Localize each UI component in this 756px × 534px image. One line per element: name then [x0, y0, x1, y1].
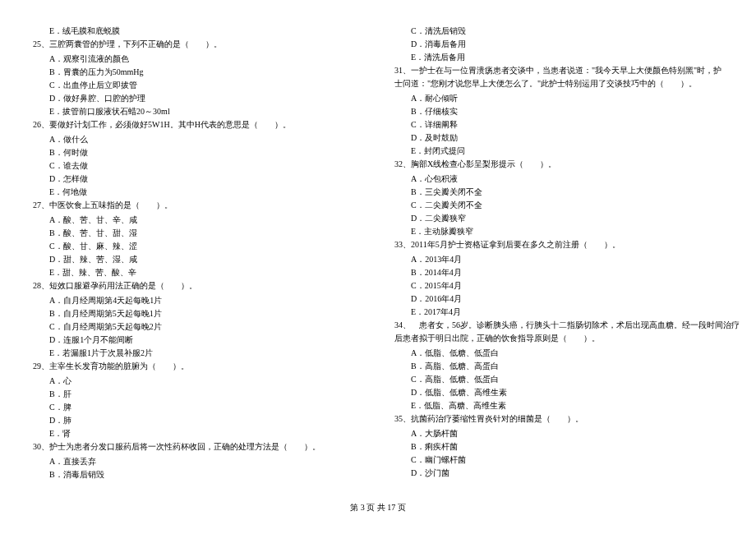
- option-block: A．观察引流液的颜色B．胃囊的压力为50mmHgC．出血停止后立即拔管D．做好鼻…: [33, 53, 362, 118]
- option-line: D．及时鼓励: [411, 131, 723, 145]
- option-line: D．沙门菌: [411, 467, 723, 480]
- question-text: 胸部X线检查心影呈梨形提示（ ）。: [411, 159, 556, 168]
- option-line: A．心: [49, 375, 362, 388]
- question: 26、要做好计划工作，必须做好5W1H。其中H代表的意思是（ ）。: [33, 118, 362, 131]
- option-line: A．心包积液: [411, 173, 723, 186]
- question-stem: 25、三腔两囊管的护理，下列不正确的是（ ）。: [33, 38, 362, 51]
- option-line: B．消毒后销毁: [49, 468, 362, 481]
- question-number: 31、: [394, 66, 411, 75]
- option-line: E．2017年4月: [411, 306, 723, 319]
- option-block: A．做什么B．何时做C．谁去做D．怎样做E．何地做: [33, 133, 362, 199]
- option-line: E．若漏服1片于次晨补服2片: [49, 347, 362, 360]
- option-line: E．绒毛膜和底蜕膜: [49, 25, 362, 38]
- question-text: 患者女，56岁。诊断胰头癌，行胰头十二指肠切除术，术后出现高血糖。经一段时间治疗: [411, 320, 740, 329]
- option-line: C．出血停止后立即拔管: [49, 79, 362, 92]
- question: 34、 患者女，56岁。诊断胰头癌，行胰头十二指肠切除术，术后出现高血糖。经一段…: [394, 319, 723, 345]
- question-text: 抗菌药治疗萎缩性胃炎针对的细菌是（ ）。: [411, 414, 583, 423]
- exam-page-content: E．绒毛膜和底蜕膜25、三腔两囊管的护理，下列不正确的是（ ）。A．观察引流液的…: [33, 25, 723, 485]
- option-line: D．2016年4月: [411, 292, 723, 306]
- question-stem: 26、要做好计划工作，必须做好5W1H。其中H代表的意思是（ ）。: [33, 118, 362, 131]
- question: 25、三腔两囊管的护理，下列不正确的是（ ）。: [33, 38, 362, 51]
- question-text: 一护士在与一位胃溃疡患者交谈中，当患者说道："我今天早上大便颜色特别黑"时，护: [411, 66, 721, 75]
- option-line: A．酸、苦、甘、辛、咸: [49, 214, 362, 227]
- question: 28、短效口服避孕药用法正确的是（ ）。: [33, 279, 362, 292]
- question-text: 主宰生长发育功能的脏腑为（ ）。: [49, 361, 189, 371]
- option-block: A．2013年4月B．2014年4月C．2015年4月D．2016年4月E．20…: [394, 253, 723, 319]
- question-number: 29、: [33, 361, 49, 371]
- option-line: E．封闭式提问: [411, 145, 723, 158]
- option-line: A．观察引流液的颜色: [49, 53, 362, 66]
- page-footer: 第 3 页 共 17 页: [33, 501, 723, 514]
- option-line: A．耐心倾听: [411, 92, 723, 105]
- question-stem-cont: 士问道："您刚才说您早上大便怎么了。"此护士特别运用了交谈技巧中的（ ）。: [394, 77, 723, 90]
- question-stem: 30、护士为患者分发口服药后将一次性药杯收回，正确的处理方法是（ ）。: [33, 440, 362, 453]
- question-number: 32、: [394, 159, 411, 168]
- option-line: D．肺: [49, 414, 362, 427]
- option-line: C．酸、甘、麻、辣、涩: [49, 240, 362, 253]
- option-line: A．大肠杆菌: [411, 427, 723, 440]
- option-line: A．自月经周期第4天起每晚1片: [49, 294, 362, 307]
- question-number: 26、: [33, 120, 49, 129]
- option-line: E．肾: [49, 427, 362, 440]
- question-number: 30、: [33, 442, 49, 451]
- question-stem: 29、主宰生长发育功能的脏腑为（ ）。: [33, 360, 362, 373]
- option-line: C．高脂、低糖、低蛋白: [411, 373, 723, 386]
- option-line: E．何地做: [49, 186, 362, 199]
- option-line: D．甜、辣、苦、湿、咸: [49, 253, 362, 266]
- option-line: B．肝: [49, 388, 362, 401]
- question-number: 35、: [394, 414, 411, 423]
- question-stem: 31、一护士在与一位胃溃疡患者交谈中，当患者说道："我今天早上大便颜色特别黑"时…: [394, 64, 723, 77]
- question-number: 34、: [394, 320, 411, 329]
- question-number: 28、: [33, 281, 49, 290]
- option-line: E．低脂、高糖、高维生素: [411, 399, 723, 412]
- question: 32、胸部X线检查心影呈梨形提示（ ）。: [394, 158, 723, 171]
- question-stem: 33、2011年5月护士资格证拿到后要在多久之前注册（ ）。: [394, 238, 723, 251]
- question-number: 33、: [394, 240, 411, 249]
- option-line: D．消毒后备用: [411, 38, 723, 51]
- option-line: E．清洗后备用: [411, 51, 723, 64]
- option-line: E．甜、辣、苦、酸、辛: [49, 266, 362, 279]
- option-line: E．主动脉瓣狭窄: [411, 225, 723, 238]
- option-block: A．心包积液B．三尖瓣关闭不全C．二尖瓣关闭不全D．二尖瓣狭窄E．主动脉瓣狭窄: [394, 173, 723, 238]
- question-text: 护士为患者分发口服药后将一次性药杯收回，正确的处理方法是（ ）。: [49, 442, 320, 451]
- question: 35、抗菌药治疗萎缩性胃炎针对的细菌是（ ）。: [394, 412, 723, 426]
- option-block: A．心B．肝C．脾D．肺E．肾: [33, 375, 362, 440]
- option-block: A．自月经周期第4天起每晚1片B．自月经周期第5天起每晚1片C．自月经周期第5天…: [33, 294, 362, 360]
- option-line: A．2013年4月: [411, 253, 723, 266]
- option-line: C．脾: [49, 401, 362, 414]
- option-line: B．高脂、低糖、高蛋白: [411, 360, 723, 373]
- option-line: B．胃囊的压力为50mmHg: [49, 66, 362, 79]
- option-line: C．二尖瓣关闭不全: [411, 199, 723, 212]
- option-line: B．自月经周期第5天起每晚1片: [49, 307, 362, 320]
- option-block: A．低脂、低糖、低蛋白B．高脂、低糖、高蛋白C．高脂、低糖、低蛋白D．低脂、低糖…: [394, 347, 723, 412]
- question-text: 三腔两囊管的护理，下列不正确的是（ ）。: [49, 39, 222, 48]
- question: 31、一护士在与一位胃溃疡患者交谈中，当患者说道："我今天早上大便颜色特别黑"时…: [394, 64, 723, 90]
- option-line: D．二尖瓣狭窄: [411, 212, 723, 225]
- option-line: A．低脂、低糖、低蛋白: [411, 347, 723, 360]
- option-line: B．三尖瓣关闭不全: [411, 186, 723, 199]
- question-stem: 32、胸部X线检查心影呈梨形提示（ ）。: [394, 158, 723, 171]
- option-line: C．详细阐释: [411, 118, 723, 131]
- question-number: 25、: [33, 39, 49, 48]
- question-stem: 27、中医饮食上五味指的是（ ）。: [33, 199, 362, 212]
- option-line: B．何时做: [49, 146, 362, 159]
- option-line: C．清洗后销毁: [411, 25, 723, 38]
- option-line: D．低脂、低糖、高维生素: [411, 386, 723, 399]
- question-text: 要做好计划工作，必须做好5W1H。其中H代表的意思是（ ）。: [49, 120, 291, 129]
- question-stem: 34、 患者女，56岁。诊断胰头癌，行胰头十二指肠切除术，术后出现高血糖。经一段…: [394, 319, 723, 332]
- question-text: 2011年5月护士资格证拿到后要在多久之前注册（ ）。: [411, 240, 620, 249]
- option-line: D．连服1个月不能间断: [49, 334, 362, 347]
- question: 27、中医饮食上五味指的是（ ）。: [33, 199, 362, 212]
- question-text: 中医饮食上五味指的是（ ）。: [49, 200, 173, 209]
- question: 30、护士为患者分发口服药后将一次性药杯收回，正确的处理方法是（ ）。: [33, 440, 362, 453]
- option-line: B．2014年4月: [411, 266, 723, 279]
- option-line: A．直接丢弃: [49, 455, 362, 468]
- option-line: D．做好鼻腔、口腔的护理: [49, 92, 362, 105]
- option-line: C．谁去做: [49, 159, 362, 173]
- question: 29、主宰生长发育功能的脏腑为（ ）。: [33, 360, 362, 373]
- option-line: B．痢疾杆菌: [411, 440, 723, 453]
- option-line: B．酸、苦、甘、甜、湿: [49, 227, 362, 240]
- question-text: 短效口服避孕药用法正确的是（ ）。: [49, 281, 197, 290]
- option-line: C．幽门螺杆菌: [411, 453, 723, 467]
- option-line: A．做什么: [49, 133, 362, 146]
